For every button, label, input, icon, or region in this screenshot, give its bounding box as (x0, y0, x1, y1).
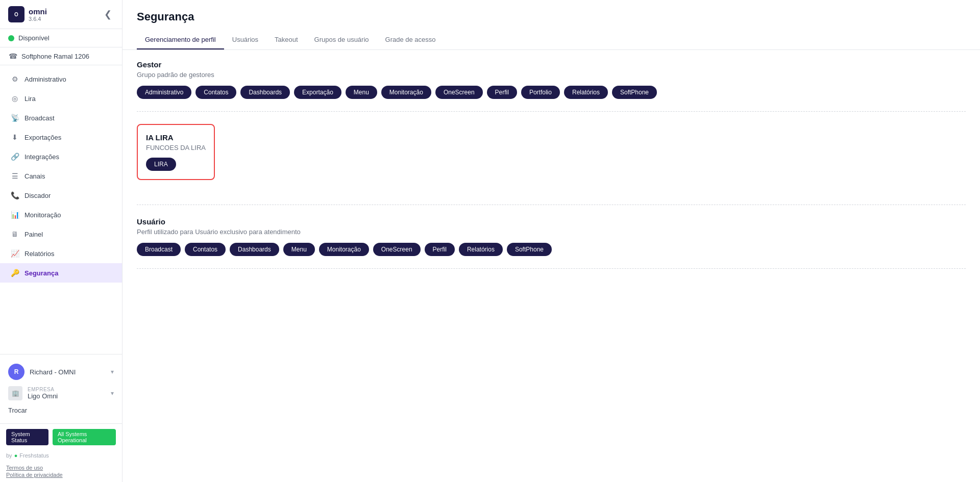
privacy-link[interactable]: Política de privacidade (6, 472, 116, 478)
nav-items: ⚙ Administrativo ◎ Lira 📡 Broadcast ⬇ Ex… (0, 65, 122, 354)
profile-tags-gestor: Administrativo Contatos Dashboards Expor… (137, 86, 966, 99)
avatar-initials: R (14, 368, 19, 375)
tag-relatorios: Relatórios (564, 86, 608, 99)
tag-menu-u: Menu (283, 243, 315, 256)
sidebar-item-exportacoes[interactable]: ⬇ Exportações (0, 128, 122, 147)
terms-row: Termos de uso Política de privacidade (0, 463, 122, 482)
sidebar-user: R Richard - OMNI ▾ 🏢 EMPRESA Ligo Omni ▾… (0, 354, 122, 423)
nav-label: Monitoração (24, 211, 61, 219)
panel-icon: 🖥 (10, 230, 19, 239)
nav-label: Lira (24, 95, 36, 103)
app-name: omni (29, 7, 47, 16)
security-icon: 🔑 (10, 268, 19, 277)
tag-contatos-u: Contatos (185, 243, 226, 256)
tag-onescreen-u: OneScreen (373, 243, 421, 256)
company-row[interactable]: 🏢 EMPRESA Ligo Omni ▾ (8, 383, 114, 403)
profile-name-ia-lira: IA LIRA (146, 133, 206, 142)
trocar-button[interactable]: Trocar (8, 403, 27, 417)
tag-relatorios-u: Relatórios (459, 243, 503, 256)
sidebar-item-discador[interactable]: 📞 Discador (0, 186, 122, 205)
profile-tags-usuario: Broadcast Contatos Dashboards Menu Monit… (137, 243, 966, 256)
main-content: Segurança Gerenciamento de perfil Usuári… (122, 0, 980, 482)
sidebar-item-relatorios[interactable]: 📈 Relatórios (0, 244, 122, 263)
user-row[interactable]: R Richard - OMNI ▾ (8, 361, 114, 383)
sidebar-collapse-button[interactable]: ❮ (102, 7, 114, 22)
page-title: Segurança (137, 10, 966, 23)
admin-icon: ⚙ (10, 74, 19, 84)
sidebar-item-administrativo[interactable]: ⚙ Administrativo (0, 69, 122, 89)
lira-icon: ◎ (10, 94, 19, 103)
sidebar-header: O omni 3.6.4 ❮ (0, 0, 122, 29)
tabs: Gerenciamento de perfil Usuários Takeout… (137, 31, 966, 49)
sidebar-item-seguranca[interactable]: 🔑 Segurança (0, 263, 122, 283)
terms-link[interactable]: Termos de uso (6, 465, 116, 471)
broadcast-icon: 📡 (10, 113, 19, 122)
freshstatus-label: ● (14, 452, 18, 459)
nav-label: Segurança (24, 269, 58, 277)
tag-exportacao: Exportação (294, 86, 341, 99)
tag-contatos: Contatos (195, 86, 236, 99)
company-text: EMPRESA Ligo Omni (28, 387, 106, 400)
export-icon: ⬇ (10, 133, 19, 142)
tag-broadcast: Broadcast (137, 243, 181, 256)
company-name: Ligo Omni (28, 392, 106, 400)
profile-name-gestor: Gestor (137, 60, 966, 69)
nav-label: Canais (24, 172, 45, 180)
tab-grupos[interactable]: Grupos de usuário (306, 31, 377, 49)
tag-monitoracao-u: Monitoração (319, 243, 369, 256)
tag-softphone-u: SoftPhone (507, 243, 552, 256)
nav-label: Exportações (24, 134, 61, 141)
company-chevron-down-icon: ▾ (111, 390, 114, 397)
monitor-icon: 📊 (10, 210, 19, 219)
tab-grade[interactable]: Grade de acesso (377, 31, 444, 49)
tag-dashboards: Dashboards (240, 86, 290, 99)
integrations-icon: 🔗 (10, 152, 19, 161)
app-logo: O omni 3.6.4 (8, 6, 47, 22)
tag-lira: LIRA (146, 158, 176, 171)
sidebar-item-canais[interactable]: ☰ Canais (0, 166, 122, 186)
sidebar-item-monitoracao[interactable]: 📊 Monitoração (0, 205, 122, 224)
tag-perfil: Perfil (487, 86, 517, 99)
status-section: Disponível (0, 29, 122, 47)
tag-administrativo: Administrativo (137, 86, 191, 99)
profile-desc-gestor: Grupo padrão de gestores (137, 71, 966, 79)
company-icon: 🏢 (8, 386, 22, 400)
nav-label: Integrações (24, 153, 59, 161)
dialer-icon: 📞 (10, 191, 19, 200)
sidebar-item-lira[interactable]: ◎ Lira (0, 89, 122, 108)
tab-gerenciamento[interactable]: Gerenciamento de perfil (137, 31, 224, 49)
tab-takeout[interactable]: Takeout (266, 31, 306, 49)
user-chevron-down-icon: ▾ (111, 368, 114, 375)
user-name: Richard - OMNI (30, 368, 106, 376)
profile-desc-ia-lira: FUNCOES DA LIRA (146, 144, 206, 151)
profile-tags-ia-lira: LIRA (146, 158, 206, 171)
profile-gestor: Gestor Grupo padrão de gestores Administ… (137, 60, 966, 112)
freshstatus-row: by ● Freshstatus (0, 450, 122, 463)
system-status-bar: System Status All Systems Operational (0, 423, 122, 450)
softphone-row[interactable]: ☎ Softphone Ramal 1206 (0, 47, 122, 65)
sidebar-item-broadcast[interactable]: 📡 Broadcast (0, 108, 122, 128)
status-label: Disponível (18, 34, 50, 42)
profile-desc-usuario: Perfil utilizado para Usuário exclusivo … (137, 228, 966, 236)
tag-monitoracao: Monitoração (381, 86, 431, 99)
reports-icon: 📈 (10, 249, 19, 258)
avatar: R (8, 364, 24, 380)
tag-portfolio: Portfolio (521, 86, 560, 99)
tag-onescreen: OneScreen (435, 86, 483, 99)
sidebar-item-painel[interactable]: 🖥 Painel (0, 224, 122, 244)
company-label: EMPRESA (28, 387, 106, 392)
tag-perfil-u: Perfil (425, 243, 455, 256)
tab-usuarios[interactable]: Usuários (224, 31, 266, 49)
page-header: Segurança Gerenciamento de perfil Usuári… (122, 0, 980, 50)
sidebar: O omni 3.6.4 ❮ Disponível ☎ Softphone Ra… (0, 0, 122, 482)
nav-label: Discador (24, 192, 51, 199)
sidebar-item-integracoes[interactable]: 🔗 Integrações (0, 147, 122, 166)
tag-dashboards-u: Dashboards (230, 243, 279, 256)
nav-label: Relatórios (24, 250, 55, 258)
logo-text: omni 3.6.4 (29, 7, 47, 22)
nav-label: Administrativo (24, 75, 66, 83)
availability-status[interactable]: Disponível (8, 34, 114, 42)
profile-ia-lira: IA LIRA FUNCOES DA LIRA LIRA (137, 124, 215, 180)
profile-ia-lira-wrapper: IA LIRA FUNCOES DA LIRA LIRA (137, 124, 966, 205)
profile-name-usuario: Usuário (137, 217, 966, 226)
